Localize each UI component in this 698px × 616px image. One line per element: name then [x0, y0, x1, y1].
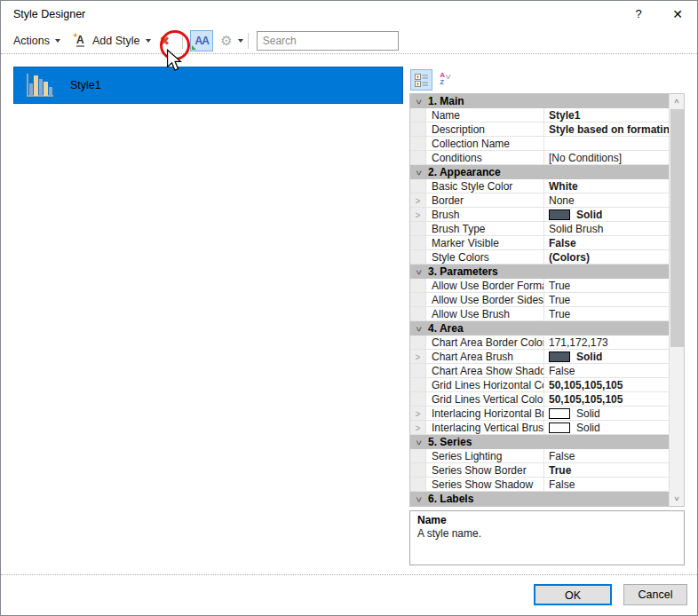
property-value[interactable]: White [543, 179, 669, 193]
category-row[interactable]: >4. Area [410, 321, 669, 336]
property-value[interactable]: Solid Brush [543, 222, 669, 235]
property-value-text: False [549, 449, 575, 462]
property-label: Chart Area Brush [426, 350, 543, 363]
property-value[interactable]: True [543, 293, 669, 306]
property-row[interactable]: DescriptionStyle based on formating [410, 122, 669, 137]
property-value[interactable]: None [543, 193, 669, 207]
actions-dropdown-icon[interactable] [55, 39, 60, 43]
add-style-button[interactable]: ✦ A Add Style [73, 34, 151, 48]
property-value[interactable]: Solid [543, 350, 669, 363]
property-row[interactable]: >BorderNone [410, 193, 669, 208]
gear-button[interactable]: ⚙ [220, 33, 232, 49]
property-row[interactable]: >Interlacing Vertical BrushSolid [410, 421, 669, 435]
property-value[interactable]: Solid [543, 421, 669, 434]
category-row[interactable]: >3. Parameters [410, 265, 669, 279]
style-list-item[interactable]: Style1 [13, 67, 403, 104]
gear-dropdown-icon[interactable] [238, 39, 243, 43]
property-row[interactable]: Marker VisibleFalse [410, 236, 669, 250]
close-button[interactable]: ✕ [663, 1, 692, 28]
property-value[interactable]: 171,172,173 [543, 336, 669, 349]
property-label: Series Lighting [426, 449, 543, 462]
property-row[interactable]: Grid Lines Horizontal Color50,105,105,10… [410, 378, 669, 392]
row-margin [410, 236, 426, 249]
ok-button[interactable]: OK [534, 584, 612, 605]
expand-icon[interactable]: > [410, 208, 426, 221]
expand-icon[interactable]: > [410, 350, 426, 363]
property-value[interactable]: False [543, 478, 669, 491]
property-row[interactable]: Series Show ShadowFalse [410, 478, 669, 492]
expand-icon[interactable]: > [410, 193, 426, 207]
property-grid: >1. MainNameStyle1DescriptionStyle based… [409, 93, 685, 507]
category-collapse-icon[interactable]: > [410, 435, 426, 449]
property-value[interactable]: True [543, 307, 669, 320]
category-collapse-icon[interactable]: > [410, 321, 426, 336]
property-row[interactable]: Style Colors(Colors) [410, 250, 669, 265]
property-row[interactable]: Conditions[No Conditions] [410, 151, 669, 165]
property-value-text: Style1 [549, 108, 580, 122]
property-value[interactable]: False [543, 236, 669, 249]
chevron-right-icon: > [416, 194, 421, 209]
scrollbar-track[interactable]: > > [669, 94, 684, 506]
add-style-dropdown-icon[interactable] [146, 39, 151, 43]
category-row[interactable]: >2. Appearance [410, 165, 669, 179]
category-row[interactable]: >1. Main [410, 94, 669, 108]
category-collapse-icon[interactable]: > [410, 94, 426, 108]
property-value[interactable]: True [543, 279, 669, 292]
property-row[interactable]: Allow Use Border SidesTrue [410, 293, 669, 307]
property-row[interactable]: NameStyle1 [410, 108, 669, 122]
expand-icon[interactable]: > [410, 421, 426, 434]
property-value[interactable]: (Colors) [543, 250, 669, 264]
category-row[interactable]: >5. Series [410, 435, 669, 449]
color-swatch [549, 209, 570, 220]
property-value-text: False [549, 364, 575, 377]
property-row[interactable]: Brush TypeSolid Brush [410, 222, 669, 236]
category-collapse-icon[interactable]: > [410, 265, 426, 279]
actions-button[interactable]: Actions [13, 35, 60, 47]
category-label: 1. Main [426, 94, 464, 108]
property-row[interactable]: >Chart Area BrushSolid [410, 350, 669, 364]
scrollbar-up-button[interactable]: > [670, 94, 684, 108]
property-row[interactable]: Allow Use Border FormattingTrue [410, 279, 669, 293]
property-value[interactable]: 50,105,105,105 [543, 392, 669, 406]
property-row[interactable]: Grid Lines Vertical Color50,105,105,105 [410, 392, 669, 407]
scrollbar-thumb[interactable] [670, 109, 684, 347]
property-label: Chart Area Border Color [426, 336, 543, 349]
cancel-button[interactable]: Cancel [623, 584, 687, 605]
property-value[interactable]: Solid [543, 407, 669, 420]
font-style-button[interactable]: AA [190, 30, 213, 51]
property-value[interactable]: False [543, 449, 669, 462]
add-style-label: Add Style [92, 35, 140, 47]
help-button[interactable]: ? [624, 1, 653, 28]
category-collapse-icon[interactable]: > [410, 165, 426, 179]
property-value[interactable]: Style1 [543, 108, 669, 122]
row-margin [410, 250, 426, 264]
category-row[interactable]: >6. Labels [410, 492, 669, 506]
property-value[interactable] [543, 137, 669, 150]
property-row[interactable]: Chart Area Border Color171,172,173 [410, 336, 669, 350]
row-margin [410, 137, 426, 150]
property-row[interactable]: Series Show BorderTrue [410, 463, 669, 478]
property-row[interactable]: >BrushSolid [410, 208, 669, 222]
property-row[interactable]: Collection Name [410, 137, 669, 151]
property-value[interactable]: True [543, 463, 669, 477]
expand-icon[interactable]: > [410, 407, 426, 420]
property-label: Style Colors [426, 250, 543, 264]
property-row[interactable]: Series LightingFalse [410, 449, 669, 463]
property-value-text: False [549, 478, 575, 491]
property-value[interactable]: Solid [543, 208, 669, 221]
alphabetical-sort-button[interactable]: A Z > [435, 69, 456, 89]
property-label: Allow Use Border Formatting [426, 279, 543, 292]
row-margin [410, 463, 426, 477]
scrollbar-down-button[interactable]: > [670, 492, 684, 506]
property-value[interactable]: False [543, 364, 669, 377]
property-row[interactable]: >Interlacing Horizontal BrushSolid [410, 407, 669, 421]
categorized-view-button[interactable] [410, 69, 432, 91]
property-row[interactable]: Chart Area Show ShadowFalse [410, 364, 669, 378]
property-row[interactable]: Allow Use BrushTrue [410, 307, 669, 321]
property-value[interactable]: [No Conditions] [543, 151, 669, 164]
property-value[interactable]: Style based on formating [543, 122, 669, 136]
property-value[interactable]: 50,105,105,105 [543, 378, 669, 391]
property-row[interactable]: Basic Style ColorWhite [410, 179, 669, 193]
category-collapse-icon[interactable]: > [410, 492, 426, 506]
search-input[interactable] [257, 31, 399, 51]
